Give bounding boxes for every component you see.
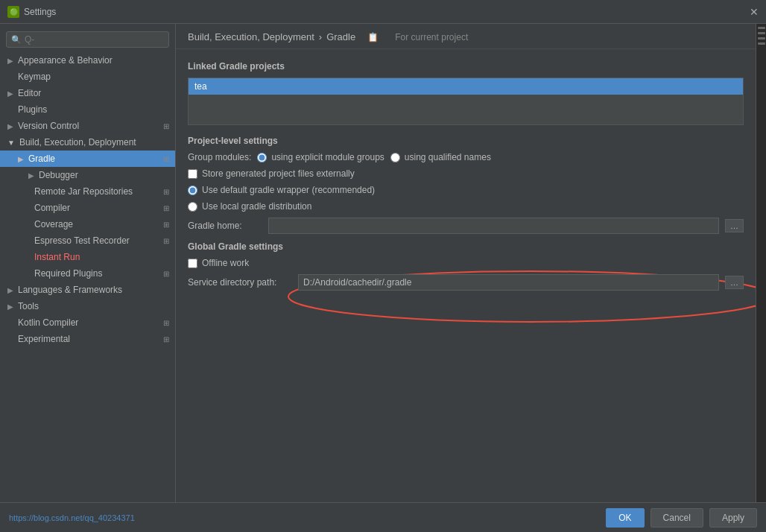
sidebar-item-coverage[interactable]: Coverage ⊞ [0,216,175,232]
ok-button[interactable]: OK [606,508,644,528]
linked-project-item-tea[interactable]: tea [189,78,743,95]
default-wrapper-radio[interactable] [188,186,197,195]
arrow-icon: ▶ [7,303,13,311]
sidebar-item-instant-run[interactable]: Instant Run [0,249,175,265]
sidebar-label: Build, Execution, Deployment [19,137,136,148]
breadcrumb-separator: › [319,31,322,42]
right-edge [756,24,766,502]
arrow-icon: ▶ [7,122,13,130]
arrow-icon: ▶ [7,286,13,294]
group-modules-label: Group modules: [188,152,251,162]
title-bar-left: 🟢 Settings [7,6,56,18]
app-icon: 🟢 [7,6,19,18]
service-dir-container: Service directory path: … [188,274,744,311]
breadcrumb-parent: Build, Execution, Deployment [188,31,314,42]
window-title: Settings [24,7,56,17]
edge-mark [758,37,765,39]
offline-work-text: Offline work [202,258,249,268]
breadcrumb: Build, Execution, Deployment › Gradle 📋 … [176,24,756,49]
store-generated-text: Store generated project files externally [202,168,355,179]
service-dir-input[interactable] [298,274,719,291]
sidebar-item-tools[interactable]: ▶ Tools [0,298,175,314]
qualified-names-label[interactable]: using qualified names [390,152,491,162]
ext-icon: ⊞ [163,204,169,212]
for-project-label: For current project [395,32,468,42]
search-icon: 🔍 [11,35,22,45]
store-generated-row: Store generated project files externally [188,168,744,179]
sidebar-label: Debugger [39,170,78,180]
gradle-home-field: Gradle home: … [188,218,744,234]
use-local-text: Use local gradle distribution [202,201,311,212]
sidebar-item-remote-jar[interactable]: Remote Jar Repositories ⊞ [0,183,175,200]
sidebar-label: Kotlin Compiler [18,317,78,328]
explicit-module-radio[interactable] [257,153,267,162]
search-box[interactable]: 🔍 [6,31,169,48]
help-text: https://blog.csdn.net/qq_40234371 [9,513,135,522]
sidebar-item-languages[interactable]: ▶ Languages & Frameworks [0,282,175,298]
ext-icon: ⊞ [163,335,169,343]
group-modules-row: Group modules: using explicit module gro… [188,152,744,162]
arrow-icon: ▶ [18,155,24,163]
service-dir-field: Service directory path: … [188,274,744,291]
use-local-row: Use local gradle distribution [188,201,744,212]
gradle-home-input[interactable] [268,218,719,234]
sidebar-item-editor[interactable]: ▶ Editor [0,85,175,101]
ext-icon: ⊞ [163,270,169,278]
linked-project-list: tea [188,77,744,125]
sidebar-item-keymap[interactable]: Keymap [0,69,175,85]
settings-content: Linked Gradle projects tea Project-level… [176,49,756,320]
sidebar-item-kotlin-compiler[interactable]: Kotlin Compiler ⊞ [0,314,175,331]
sidebar-item-version-control[interactable]: ▶ Version Control ⊞ [0,118,175,134]
sidebar-item-debugger[interactable]: ▶ Debugger [0,167,175,183]
qualified-names-radio[interactable] [390,153,400,162]
content-area: Build, Execution, Deployment › Gradle 📋 … [176,24,756,502]
explicit-module-label[interactable]: using explicit module groups [257,152,384,162]
ext-icon: ⊞ [163,237,169,245]
default-wrapper-text: Use default gradle wrapper (recommended) [202,185,375,195]
sidebar-item-espresso[interactable]: Espresso Test Recorder ⊞ [0,232,175,249]
use-local-label[interactable]: Use local gradle distribution [188,201,311,212]
qualified-names-text: using qualified names [405,152,491,162]
sidebar-label: Version Control [18,121,79,131]
use-default-wrapper-label[interactable]: Use default gradle wrapper (recommended) [188,185,375,195]
linked-projects-title: Linked Gradle projects [188,61,744,72]
ext-icon: ⊞ [163,221,169,229]
apply-button[interactable]: Apply [709,508,757,528]
store-generated-checkbox[interactable] [188,169,197,179]
use-default-wrapper-row: Use default gradle wrapper (recommended) [188,185,744,195]
sidebar-item-build-exec[interactable]: ▼ Build, Execution, Deployment [0,134,175,151]
sidebar-label: Compiler [34,203,70,213]
arrow-icon: ▼ [7,139,15,147]
search-input[interactable] [25,34,164,45]
sidebar-item-appearance[interactable]: ▶ Appearance & Behavior [0,52,175,69]
sidebar-label: Languages & Frameworks [18,285,122,295]
global-gradle-title: Global Gradle settings [188,241,744,252]
sidebar-item-gradle[interactable]: ▶ Gradle ⊞ [0,151,175,167]
sidebar-label: Remote Jar Repositories [34,186,133,197]
ext-icon: ⊞ [163,155,169,163]
sidebar-label: Plugins [18,104,47,115]
sidebar-item-plugins[interactable]: Plugins [0,101,175,118]
ext-icon: ⊞ [163,122,169,130]
sidebar: 🔍 ▶ Appearance & Behavior Keymap ▶ Edito… [0,24,176,502]
sidebar-label: Experimental [18,334,70,344]
sidebar-label: Tools [18,301,39,311]
arrow-icon: ▶ [7,89,13,98]
cancel-button[interactable]: Cancel [651,508,703,528]
service-dir-folder-button[interactable]: … [725,276,744,289]
gradle-home-folder-button[interactable]: … [725,219,744,232]
offline-work-row: Offline work [188,258,744,268]
edge-mark [758,32,765,34]
sidebar-item-required-plugins[interactable]: Required Plugins ⊞ [0,265,175,282]
offline-work-checkbox[interactable] [188,259,197,268]
bottom-bar: https://blog.csdn.net/qq_40234371 OK Can… [0,502,766,532]
close-button[interactable]: ✕ [750,6,759,18]
sidebar-item-experimental[interactable]: Experimental ⊞ [0,331,175,347]
title-bar: 🟢 Settings ✕ [0,0,766,24]
ext-icon: ⊞ [163,188,169,196]
offline-work-label[interactable]: Offline work [188,258,249,268]
store-generated-label[interactable]: Store generated project files externally [188,168,355,179]
use-local-radio[interactable] [188,202,197,212]
sidebar-item-compiler[interactable]: Compiler ⊞ [0,200,175,216]
edge-mark [758,42,765,45]
